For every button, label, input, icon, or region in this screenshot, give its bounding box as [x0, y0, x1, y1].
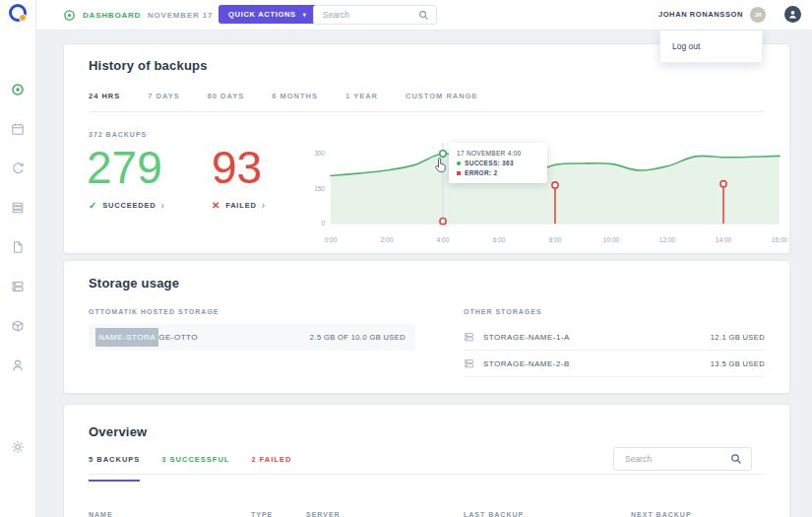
quick-actions-button[interactable]: QUICK ACTIONS ▾ [219, 5, 317, 24]
overview-table-header: NAME↑ TYPE SERVER LAST BACKUP NEXT BACKU… [89, 511, 765, 517]
other-storage-name: STORAGE-NAME-2-B [483, 359, 570, 368]
other-storage-name: STORAGE-NAME-1-A [483, 333, 570, 342]
failed-count: 93 [212, 145, 262, 190]
sort-asc-icon: ↑ [91, 511, 95, 517]
sidebar [0, 0, 36, 517]
column-header-type[interactable]: TYPE [251, 511, 273, 517]
failed-link[interactable]: ✕ FAILED › [212, 200, 266, 211]
hosted-storage-row[interactable]: NAME-STORAGE-OTTO 2.5 GB OF 10.0 GB USED [89, 324, 415, 351]
succeeded-link[interactable]: ✓ SUCCEEDED › [89, 200, 165, 211]
history-range-tabs: 24 HRS 7 DAYS 60 DAYS 6 MONTHS 1 YEAR CU… [89, 90, 765, 112]
tab-7-days[interactable]: 7 DAYS [148, 90, 179, 111]
chart-tooltip: 17 NOVEMBER 4:00 SUCCESS: 363 ERROR: 2 [449, 143, 547, 183]
other-storage-usage: 13.5 GB USED [711, 359, 765, 368]
current-date: NOVEMBER 17 [148, 11, 213, 20]
tooltip-error: ERROR: 2 [465, 169, 497, 176]
tab-1-year[interactable]: 1 YEAR [345, 90, 378, 111]
dashboard-icon[interactable] [11, 83, 25, 97]
tooltip-title: 17 NOVEMBER 4:00 [457, 150, 539, 157]
logout-menu-item[interactable]: Log out [660, 31, 762, 62]
error-square-icon [457, 171, 461, 175]
overview-search [613, 447, 752, 471]
storage-rack-icon [464, 332, 474, 343]
settings-gear-icon[interactable] [11, 440, 25, 454]
success-dot-icon [457, 162, 461, 165]
total-backups-label: 372 BACKUPS [89, 131, 147, 138]
global-search-input[interactable] [321, 9, 418, 21]
tab-failed[interactable]: 2 FAILED [251, 454, 291, 474]
chart-plot[interactable] [331, 139, 780, 229]
other-storage-usage: 12.1 GB USED [711, 333, 765, 342]
tooltip-success: SUCCESS: 363 [465, 160, 514, 166]
sidebar-nav [0, 83, 35, 372]
calendar-icon[interactable] [11, 122, 25, 136]
failed-label: FAILED [225, 201, 256, 210]
column-header-server[interactable]: SERVER [306, 511, 341, 517]
tab-all-backups[interactable]: 5 BACKUPS [89, 454, 140, 474]
hand-cursor-icon [435, 157, 448, 176]
storage-rack-icon [464, 358, 474, 369]
chevron-down-icon: ▾ [303, 11, 307, 18]
tab-60-days[interactable]: 60 DAYS [208, 90, 245, 111]
user-icon[interactable] [11, 358, 25, 372]
tab-24-hrs[interactable]: 24 HRS [89, 90, 120, 111]
avatar-account-icon[interactable] [784, 6, 801, 23]
history-title: History of backups [89, 58, 208, 73]
file-icon[interactable] [11, 240, 25, 254]
avatar-initials[interactable]: JR [750, 7, 766, 23]
chevron-right-icon: › [262, 200, 266, 211]
other-storages-header: OTHER STORAGES [464, 308, 542, 315]
cross-icon: ✕ [212, 200, 220, 211]
column-header-next-backup[interactable]: NEXT BACKUP [631, 511, 692, 517]
succeeded-count: 279 [87, 145, 162, 190]
tab-custom-range[interactable]: CUSTOM RANGE [406, 90, 478, 111]
overview-search-input[interactable] [623, 453, 730, 465]
quick-actions-label: QUICK ACTIONS [228, 10, 296, 19]
check-icon: ✓ [89, 200, 97, 211]
history-of-backups-card: History of backups 24 HRS 7 DAYS 60 DAYS… [63, 43, 790, 254]
storage-name-rest: GE-OTTO [158, 333, 198, 342]
tab-6-months[interactable]: 6 MONTHS [272, 90, 318, 111]
backups-line-chart[interactable]: 0150300 0:002:004:006:008:0010:0012:0014… [331, 139, 780, 249]
storage-title: Storage usage [89, 276, 179, 291]
search-icon [418, 10, 429, 21]
global-search [313, 5, 437, 25]
package-icon[interactable] [11, 319, 25, 333]
user-name[interactable]: JOHAN RONANSSON [658, 0, 743, 30]
storage-layers-icon[interactable] [11, 201, 25, 215]
storage-name-selected: NAME-STORA [95, 328, 158, 347]
dashboard-link[interactable]: DASHBOARD [83, 11, 141, 20]
column-header-last-backup[interactable]: LAST BACKUP [464, 511, 524, 517]
server-icon[interactable] [11, 280, 25, 293]
restore-icon[interactable] [11, 162, 25, 175]
app-window: DASHBOARD NOVEMBER 17 QUICK ACTIONS ▾ JO… [0, 0, 812, 517]
ottomatik-logo[interactable] [9, 4, 27, 22]
topbar: DASHBOARD NOVEMBER 17 QUICK ACTIONS ▾ JO… [35, 0, 812, 31]
storage-usage-card: Storage usage OTTOMATIK HOSTED STORAGE O… [63, 260, 790, 394]
overview-card: Overview 5 BACKUPS 3 SUCCESSFUL 2 FAILED… [63, 404, 790, 517]
hosted-storage-header: OTTOMATIK HOSTED STORAGE [89, 308, 219, 315]
other-storage-row[interactable]: STORAGE-NAME-2-B 13.5 GB USED [464, 351, 765, 377]
chevron-right-icon: › [160, 200, 164, 211]
overview-title: Overview [89, 424, 147, 439]
search-icon [730, 453, 742, 465]
dashboard-mark-icon [63, 8, 76, 21]
succeeded-label: SUCCEEDED [102, 201, 156, 210]
hosted-usage-value: 2.5 GB OF 10.0 GB USED [310, 333, 406, 342]
tab-successful[interactable]: 3 SUCCESSFUL [161, 454, 229, 474]
other-storage-row[interactable]: STORAGE-NAME-1-A 12.1 GB USED [464, 324, 765, 351]
user-menu: Log out [659, 31, 763, 63]
